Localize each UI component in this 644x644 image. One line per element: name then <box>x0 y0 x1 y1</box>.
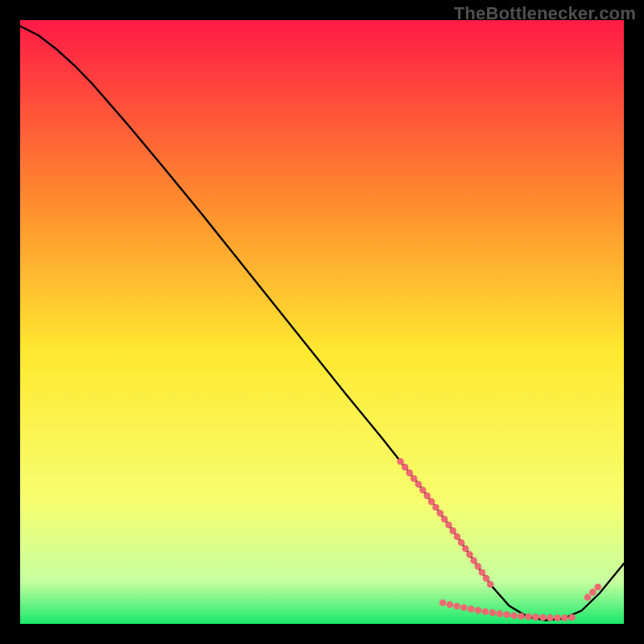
dot-marker <box>462 545 469 552</box>
dot-marker <box>532 613 539 621</box>
dot-marker <box>554 614 561 621</box>
dot-marker <box>468 605 475 613</box>
dot-marker <box>460 604 468 611</box>
dot-marker <box>589 588 597 596</box>
dot-marker <box>402 464 409 471</box>
dot-marker <box>445 522 452 529</box>
dot-marker <box>466 551 473 559</box>
chart-svg <box>20 20 624 624</box>
dot-marker <box>539 614 547 621</box>
dot-marker <box>584 594 592 601</box>
dot-marker <box>441 516 448 523</box>
dot-marker <box>470 557 477 564</box>
dot-marker <box>411 475 418 482</box>
dot-marker <box>454 533 461 540</box>
dot-marker <box>474 563 481 570</box>
dot-marker <box>458 539 465 547</box>
dot-marker <box>510 612 518 619</box>
dot-marker <box>436 510 444 517</box>
dot-marker <box>453 603 460 610</box>
dot-marker <box>487 580 494 588</box>
dot-marker <box>440 599 447 606</box>
dot-marker <box>423 493 431 500</box>
dot-marker <box>547 614 554 621</box>
plot-area <box>20 20 624 624</box>
dot-marker <box>489 609 496 617</box>
dot-marker <box>415 481 423 488</box>
dot-marker <box>475 607 482 614</box>
dot-marker <box>525 613 532 621</box>
dot-marker <box>428 498 436 506</box>
dot-marker <box>594 584 601 591</box>
dot-marker <box>406 469 413 477</box>
dot-marker <box>568 614 576 621</box>
watermark-text: TheBottlenecker.com <box>454 3 636 24</box>
dot-marker <box>449 527 456 535</box>
dot-marker <box>496 610 503 617</box>
chart-container: TheBottlenecker.com <box>0 0 644 644</box>
dot-marker <box>397 458 404 465</box>
dot-marker <box>419 486 427 493</box>
dot-marker <box>482 608 489 615</box>
dot-marker <box>503 611 510 618</box>
dot-marker <box>483 575 490 582</box>
dot-marker <box>446 601 453 609</box>
dot-marker <box>479 569 486 576</box>
gradient-background <box>20 20 624 624</box>
dot-marker <box>432 504 440 511</box>
dot-marker <box>561 614 568 621</box>
dot-marker <box>518 613 525 620</box>
